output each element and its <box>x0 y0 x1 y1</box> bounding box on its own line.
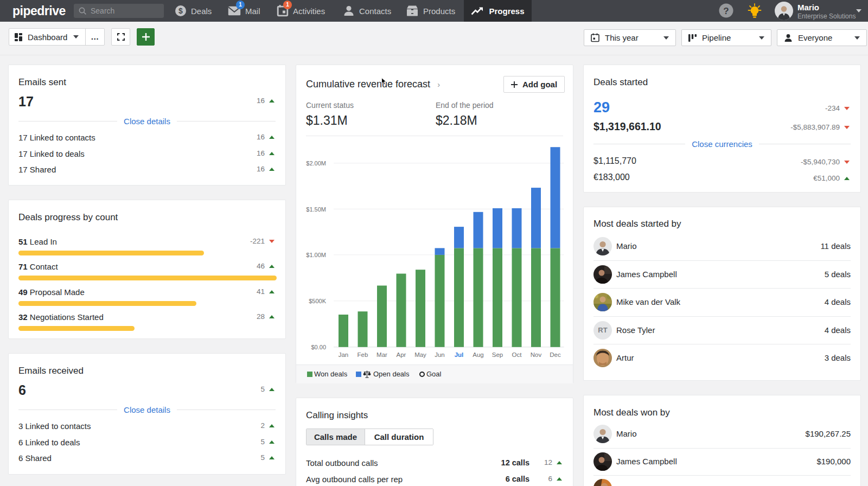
svg-text:$500K: $500K <box>309 298 326 304</box>
svg-text:Nov: Nov <box>531 351 542 358</box>
svg-text:$1.00M: $1.00M <box>306 252 326 258</box>
svg-text:Aug: Aug <box>473 351 483 358</box>
svg-text:Sep: Sep <box>492 351 503 358</box>
svg-text:Mar: Mar <box>376 351 387 358</box>
svg-text:$0.00: $0.00 <box>311 344 326 350</box>
svg-text:Apr: Apr <box>397 351 406 358</box>
svg-text:$1.50M: $1.50M <box>306 206 326 213</box>
svg-text:$2.00M: $2.00M <box>306 160 326 167</box>
svg-text:Jul: Jul <box>455 351 464 358</box>
svg-text:?: ? <box>723 6 729 16</box>
svg-text:May: May <box>414 351 426 358</box>
svg-text:Jun: Jun <box>435 351 445 358</box>
svg-text:Oct: Oct <box>512 351 522 358</box>
svg-text:$: $ <box>178 7 183 15</box>
svg-text:Dec: Dec <box>550 351 561 358</box>
svg-text:Feb: Feb <box>358 351 368 358</box>
svg-text:Jan: Jan <box>339 351 349 358</box>
